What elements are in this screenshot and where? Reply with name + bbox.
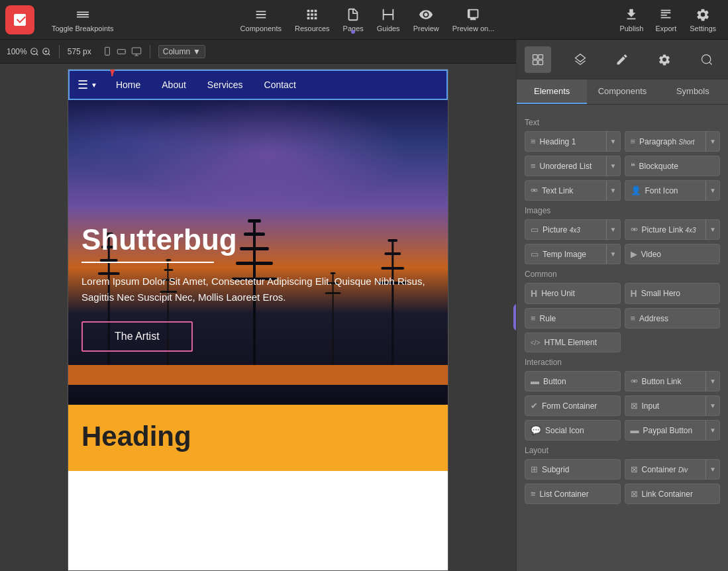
text-section-label: Text (525, 118, 720, 127)
nav-services[interactable]: Services (207, 79, 243, 90)
column-dropdown[interactable]: Column ▼ (158, 45, 205, 58)
app-logo[interactable] (5, 5, 34, 34)
settings-panel-icon[interactable] (651, 46, 678, 73)
scroll-indicator[interactable] (513, 304, 516, 331)
tab-symbols[interactable]: Symbols (658, 79, 728, 104)
zoom-in-icon[interactable] (42, 47, 51, 56)
red-arrow-indicator (107, 69, 140, 85)
social-icon-icon: 💬 (531, 425, 541, 435)
picture-link-arrow[interactable]: ▼ (705, 219, 720, 240)
guides-button[interactable]: Guides (377, 7, 400, 32)
preview-on-button[interactable]: Preview on... (452, 7, 495, 32)
text-link-arrow[interactable]: ▼ (606, 180, 621, 201)
images-items-grid: ▭ Picture 4x3 ▼ ⚮ Picture Link 4x3 ▼ ▭ T (525, 219, 720, 264)
social-icon-label: Social Icon (545, 426, 584, 435)
subgrid-item[interactable]: ⊞ Subgrid (525, 459, 621, 480)
picture-link-item[interactable]: ⚮ Picture Link 4x3 (625, 219, 706, 240)
heading1-arrow[interactable]: ▼ (606, 131, 621, 152)
paypal-item[interactable]: ▬ Paypal Button (625, 420, 706, 441)
text-link-label: Text Link (542, 186, 573, 195)
small-hero-label: Small Hero (641, 289, 680, 298)
temp-image-item[interactable]: ▭ Temp Image (525, 244, 606, 264)
preview-navbar: ☰ ▼ Home About Services Contact (68, 70, 448, 100)
text-link-item[interactable]: ⚮ Text Link (525, 180, 606, 201)
tab-elements[interactable]: Elements (517, 79, 587, 104)
subgrid-label: Subgrid (542, 465, 569, 474)
svg-line-4 (36, 53, 38, 55)
hero-cta-button[interactable]: The Artist (81, 321, 193, 352)
button-item[interactable]: ▬ Button (525, 371, 621, 391)
hero-unit-item[interactable]: H Hero Unit (525, 283, 621, 304)
input-arrow[interactable]: ▼ (705, 395, 720, 416)
video-item[interactable]: ▶ Video (625, 244, 721, 264)
export-button[interactable]: Export (655, 7, 676, 32)
ul-item[interactable]: ≡ Unordered List (525, 156, 606, 176)
link-container-item[interactable]: ⊠ Link Container (625, 484, 721, 504)
address-icon: ≡ (631, 313, 636, 323)
button-link-item[interactable]: ⚮ Button Link (625, 371, 706, 391)
font-icon-arrow[interactable]: ▼ (705, 180, 720, 201)
yellow-heading: Heading (81, 421, 435, 452)
panel-content: Text ≡ Heading 1 ▼ ≡ Paragraph Short (517, 105, 728, 571)
rule-item[interactable]: ≡ Rule (525, 308, 621, 329)
form-container-item[interactable]: ✔ Form Container (525, 395, 621, 416)
font-icon-label: Font Icon (645, 186, 678, 195)
main-area: 100% 575 px Column ▼ (0, 40, 728, 571)
svg-rect-1 (77, 14, 89, 15)
ul-arrow[interactable]: ▼ (606, 156, 621, 176)
link-container-label: Link Container (642, 490, 693, 499)
layout-section-label: Layout (525, 446, 720, 455)
publish-button[interactable]: Publish (619, 7, 643, 32)
button-label: Button (543, 377, 566, 386)
blockquote-item[interactable]: ❝ Blockquote (625, 156, 721, 176)
pages-button[interactable]: Pages (343, 7, 364, 32)
device-icons (102, 46, 142, 57)
tablet-landscape-icon[interactable] (117, 46, 127, 57)
heading1-item[interactable]: ≡ Heading 1 (525, 131, 606, 152)
paragraph-arrow[interactable]: ▼ (705, 131, 720, 152)
settings-button[interactable]: Settings (690, 7, 716, 32)
tab-components[interactable]: Components (587, 79, 657, 104)
temp-image-icon: ▭ (531, 249, 539, 259)
toggle-breakpoints-button[interactable]: Toggle Breakpoints (52, 7, 114, 32)
picture-item[interactable]: ▭ Picture 4x3 (525, 219, 606, 240)
hero-section: Shutterbug Lorem Ipsum Dolor Sit Amet, C… (68, 100, 448, 405)
resources-button[interactable]: Resources (295, 7, 330, 32)
components-button[interactable]: Components (240, 7, 282, 32)
canvas-wrapper: ☰ ▼ Home About Services Contact (0, 64, 516, 571)
button-link-arrow[interactable]: ▼ (705, 371, 720, 391)
small-hero-item[interactable]: H Small Hero (625, 283, 721, 304)
container-div-arrow[interactable]: ▼ (705, 459, 720, 480)
html-element-item[interactable]: </> HTML Element (525, 333, 621, 352)
input-label: Input (642, 401, 660, 411)
html-element-label: HTML Element (544, 338, 597, 347)
picture-arrow[interactable]: ▼ (606, 219, 621, 240)
search-panel-icon[interactable] (694, 46, 720, 73)
svg-rect-27 (248, 219, 261, 223)
small-hero-icon: H (631, 288, 637, 299)
desktop-icon[interactable] (131, 46, 142, 57)
address-item[interactable]: ≡ Address (625, 308, 721, 329)
elements-panel-icon[interactable] (525, 46, 551, 73)
nav-about[interactable]: About (162, 79, 186, 90)
hamburger-menu[interactable]: ☰ ▼ (78, 78, 97, 92)
layers-panel-icon[interactable] (567, 46, 594, 73)
preview-button[interactable]: Preview (413, 7, 439, 32)
nav-contact[interactable]: Contact (264, 79, 296, 90)
interaction-section-label: Interaction (525, 358, 720, 367)
input-item[interactable]: ⊠ Input (625, 395, 706, 416)
list-container-item[interactable]: ≡ List Container (525, 484, 621, 504)
container-div-item[interactable]: ⊠ Container Div (625, 459, 706, 480)
rule-icon: ≡ (531, 313, 536, 323)
edit-panel-icon[interactable] (609, 46, 635, 73)
button-icon: ▬ (531, 376, 539, 386)
tablet-portrait-icon[interactable] (102, 46, 113, 57)
panel-top-icons (517, 40, 728, 79)
paragraph-item[interactable]: ≡ Paragraph Short (625, 131, 706, 152)
font-icon-item[interactable]: 👤 Font Icon (625, 180, 706, 201)
zoom-level: 100% (7, 47, 51, 56)
social-icon-item[interactable]: 💬 Social Icon (525, 420, 621, 441)
temp-image-arrow[interactable]: ▼ (606, 244, 621, 264)
paypal-arrow[interactable]: ▼ (705, 420, 720, 441)
zoom-out-icon[interactable] (30, 47, 39, 56)
